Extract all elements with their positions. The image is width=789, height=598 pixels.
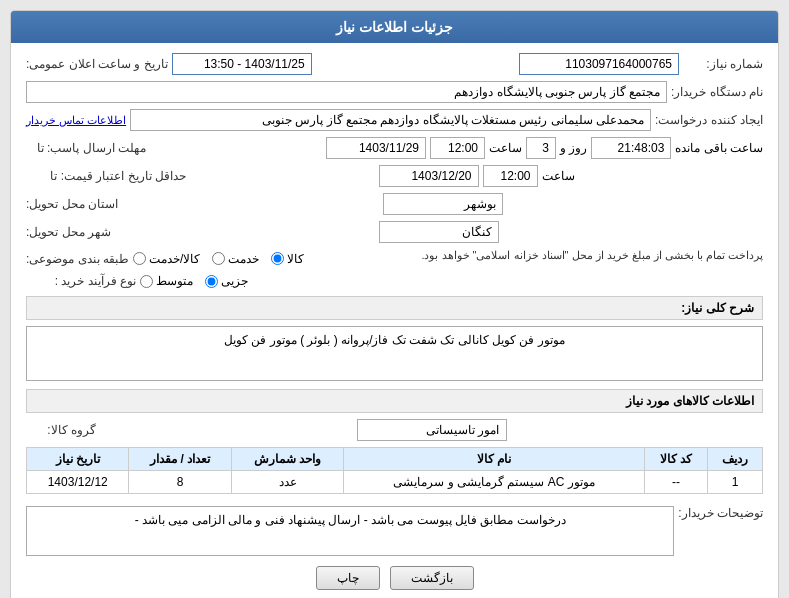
response-deadline-label: مهلت ارسال پاسب: تا <box>26 141 146 155</box>
need-description-section: شرح کلی نیاز: <box>26 296 763 320</box>
row-buyer-name: نام دستگاه خریدار: مجتمع گاز پارس جنوبی … <box>26 81 763 103</box>
back-button[interactable]: بازگشت <box>390 566 474 590</box>
goods-info-section: اطلاعات کالاهای مورد نیاز <box>26 389 763 413</box>
buyer-notes-value: درخواست مطابق فایل پیوست می باشد - ارسال… <box>26 506 674 556</box>
col-unit: واحد شمارش <box>231 448 344 471</box>
main-container: جزئیات اطلاعات نیاز شماره نیاز: 11030971… <box>10 10 779 598</box>
goods-info-label: اطلاعات کالاهای مورد نیاز <box>626 394 754 408</box>
col-name: نام کالا <box>344 448 644 471</box>
goods-group-value: امور تاسیساتی <box>357 419 507 441</box>
row-goods-group: امور تاسیساتی گروه کالا: <box>26 419 763 441</box>
price-time-label: ساعت <box>542 169 575 183</box>
goods-table: ردیف کد کالا نام کالا واحد شمارش تعداد /… <box>26 447 763 494</box>
row-request-number: شماره نیاز: 1103097164000765 1403/11/25 … <box>26 53 763 75</box>
buttons-row: بازگشت چاپ <box>26 566 763 590</box>
table-header-row: ردیف کد کالا نام کالا واحد شمارش تعداد /… <box>27 448 763 471</box>
print-button[interactable]: چاپ <box>316 566 380 590</box>
col-quantity: تعداد / مقدار <box>129 448 231 471</box>
row-response-deadline: ساعت باقی مانده 21:48:03 روز و 3 ساعت 12… <box>26 137 763 159</box>
request-number-label: شماره نیاز: <box>683 57 763 71</box>
category-option-goods-service[interactable]: کالا/خدمت <box>133 252 200 266</box>
page-header: جزئیات اطلاعات نیاز <box>11 11 778 43</box>
buyer-name-value: مجتمع گاز پارس جنوبی پالایشگاه دوازدهم <box>26 81 667 103</box>
row-buyer-notes: توضیحات خریدار: درخواست مطابق فایل پیوست… <box>26 502 763 556</box>
purchase-type-label: نوع فرآیند خرید : <box>26 274 136 288</box>
purchase-type-radio-group: متوسط جزیی <box>140 274 248 288</box>
category-label: طبقه بندی موضوعی: <box>26 252 129 266</box>
buyer-name-label: نام دستگاه خریدار: <box>671 85 763 99</box>
row-province: بوشهر استان محل تحویل: <box>26 193 763 215</box>
goods-group-label: گروه کالا: <box>26 423 96 437</box>
remaining-time: 21:48:03 <box>591 137 671 159</box>
remaining-label: ساعت باقی مانده <box>675 141 763 155</box>
purchase-note: پرداخت تمام با بخشی از مبلغ خرید از محل … <box>421 249 763 262</box>
page-content: شماره نیاز: 1103097164000765 1403/11/25 … <box>11 43 778 598</box>
row-category: پرداخت تمام با بخشی از مبلغ خرید از محل … <box>26 249 763 268</box>
request-number-value: 1103097164000765 <box>519 53 679 75</box>
response-time: 12:00 <box>430 137 485 159</box>
response-date: 1403/11/29 <box>326 137 426 159</box>
col-date: تاریخ نیاز <box>27 448 129 471</box>
table-row: 1--موتور AC سیستم گرمایشی و سرمایشیعدد81… <box>27 471 763 494</box>
contact-link[interactable]: اطلاعات تماس خریدار <box>26 114 126 127</box>
need-description-box: موتور فن کویل کانالی تک شفت تک فاز/پروان… <box>26 326 763 381</box>
creator-label: ایجاد کننده درخواست: <box>655 113 763 127</box>
creator-value: محمدعلی سلیمانی رئیس مستغلات پالایشگاه د… <box>130 109 651 131</box>
need-description-value: موتور فن کویل کانالی تک شفت تک فاز/پروان… <box>224 333 565 347</box>
category-option-service[interactable]: خدمت <box>212 252 259 266</box>
col-code: کد کالا <box>644 448 708 471</box>
price-date: 1403/12/20 <box>379 165 479 187</box>
need-description-label: شرح کلی نیاز: <box>681 301 754 315</box>
response-day: 3 <box>526 137 556 159</box>
price-time: 12:00 <box>483 165 538 187</box>
datetime-value: 1403/11/25 - 13:50 <box>172 53 312 75</box>
row-purchase-type: متوسط جزیی نوع فرآیند خرید : <box>26 274 763 288</box>
day-label: روز و <box>560 141 587 155</box>
city-value: کنگان <box>379 221 499 243</box>
row-city: کنگان شهر محل تحویل: <box>26 221 763 243</box>
page-title: جزئیات اطلاعات نیاز <box>336 19 453 35</box>
category-radio-group: کالا/خدمت خدمت کالا <box>133 252 304 266</box>
category-option-goods[interactable]: کالا <box>271 252 304 266</box>
city-label: شهر محل تحویل: <box>26 225 111 239</box>
datetime-label: تاریخ و ساعت اعلان عمومی: <box>26 57 168 71</box>
price-deadline-label: حداقل تاریخ اعتبار قیمت: تا <box>26 169 186 183</box>
purchase-type-partial[interactable]: جزیی <box>205 274 248 288</box>
province-label: استان محل تحویل: <box>26 197 118 211</box>
row-price-deadline: ساعت 12:00 1403/12/20 حداقل تاریخ اعتبار… <box>26 165 763 187</box>
province-value: بوشهر <box>383 193 503 215</box>
col-row: ردیف <box>708 448 763 471</box>
buyer-notes-label: توضیحات خریدار: <box>678 502 763 520</box>
row-creator: ایجاد کننده درخواست: محمدعلی سلیمانی رئی… <box>26 109 763 131</box>
time-label: ساعت <box>489 141 522 155</box>
purchase-type-medium[interactable]: متوسط <box>140 274 193 288</box>
